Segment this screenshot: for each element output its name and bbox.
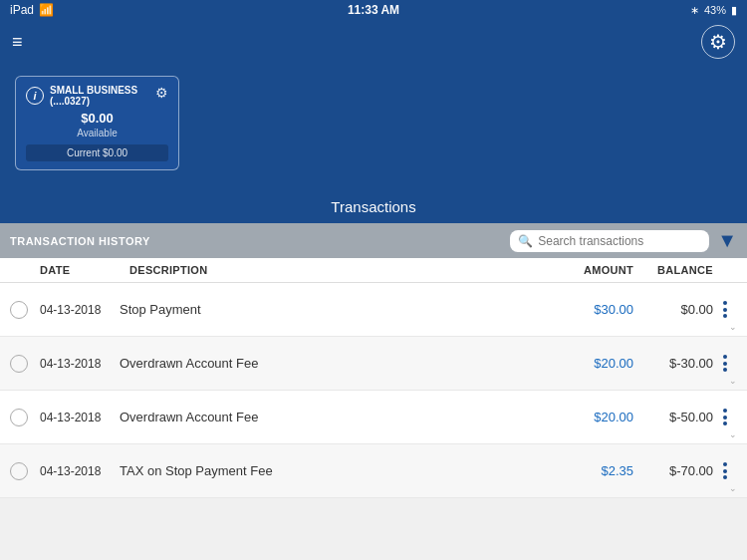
row-chevron-0: ⌄ [729, 322, 737, 332]
row-radio-1[interactable] [10, 355, 28, 373]
row-date-0: 04-13-2018 [40, 303, 120, 317]
status-bar: iPad 📶 11:33 AM ∗ 43% ▮ [0, 0, 747, 20]
row-more-button-1[interactable] [713, 355, 737, 372]
search-icon: 🔍 [518, 234, 533, 248]
row-balance-0: $0.00 [633, 302, 713, 317]
table-row[interactable]: 04-13-2018 Stop Payment $30.00 $0.00 ⌄ [0, 283, 747, 337]
search-filter-area: 🔍 ▼ [510, 229, 737, 252]
row-amount-3: $2.35 [554, 463, 633, 478]
search-input[interactable] [538, 234, 701, 248]
filter-icon[interactable]: ▼ [717, 229, 737, 252]
transactions-section-header: Transactions [0, 190, 747, 223]
transactions-list: 04-13-2018 Stop Payment $30.00 $0.00 ⌄ 0… [0, 283, 747, 498]
search-box: 🔍 [510, 230, 709, 252]
row-more-button-0[interactable] [713, 301, 737, 318]
row-balance-1: $-30.00 [633, 356, 713, 371]
row-date-3: 04-13-2018 [40, 464, 120, 478]
col-description-header: DESCRIPTION [129, 264, 554, 276]
transactions-title: Transactions [331, 198, 415, 215]
row-description-1: Overdrawn Account Fee [120, 356, 554, 371]
menu-icon[interactable]: ≡ [12, 32, 23, 53]
col-balance-header: BALANCE [633, 264, 713, 276]
carrier-label: iPad [10, 3, 34, 17]
table-row[interactable]: 04-13-2018 Overdrawn Account Fee $20.00 … [0, 391, 747, 444]
account-current: Current $0.00 [26, 144, 168, 161]
account-card: i SMALL BUSINESS (....0327) ⚙ $0.00 Avai… [15, 76, 179, 170]
col-amount-header: AMOUNT [554, 264, 633, 276]
table-row[interactable]: 04-13-2018 Overdrawn Account Fee $20.00 … [0, 337, 747, 391]
table-row[interactable]: 04-13-2018 TAX on Stop Payment Fee $2.35… [0, 444, 747, 498]
row-balance-2: $-50.00 [633, 410, 713, 424]
row-radio-0[interactable] [10, 301, 28, 319]
battery-percent: 43% [704, 4, 726, 16]
row-amount-1: $20.00 [554, 356, 633, 371]
bluetooth-icon: ∗ [690, 4, 699, 17]
history-label: TRANSACTION HISTORY [10, 235, 150, 247]
account-available-label: Available [26, 128, 168, 139]
row-date-1: 04-13-2018 [40, 357, 120, 371]
account-area: i SMALL BUSINESS (....0327) ⚙ $0.00 Avai… [0, 64, 747, 190]
row-more-button-2[interactable] [713, 409, 737, 425]
row-chevron-2: ⌄ [729, 429, 737, 439]
account-name: SMALL BUSINESS (....0327) [50, 85, 137, 107]
row-amount-0: $30.00 [554, 302, 633, 317]
time-display: 11:33 AM [348, 3, 399, 17]
account-amount: $0.00 [26, 111, 168, 126]
nav-bar: ≡ ⚙ [0, 20, 747, 64]
account-name-line1: SMALL BUSINESS [50, 85, 137, 96]
account-settings-icon[interactable]: ⚙ [155, 85, 168, 101]
row-description-2: Overdrawn Account Fee [120, 410, 554, 424]
settings-button[interactable]: ⚙ [701, 25, 735, 59]
table-header: DATE DESCRIPTION AMOUNT BALANCE [0, 258, 747, 283]
row-radio-3[interactable] [10, 462, 28, 480]
row-description-0: Stop Payment [120, 302, 554, 317]
row-description-3: TAX on Stop Payment Fee [120, 463, 554, 478]
account-name-line2: (....0327) [50, 96, 137, 107]
row-amount-2: $20.00 [554, 410, 633, 424]
info-icon[interactable]: i [26, 87, 44, 105]
wifi-icon: 📶 [39, 3, 54, 17]
battery-icon: ▮ [731, 4, 737, 17]
col-date-header: DATE [40, 264, 129, 276]
gear-icon: ⚙ [709, 30, 727, 54]
row-more-button-3[interactable] [713, 462, 737, 479]
row-chevron-1: ⌄ [729, 376, 737, 386]
row-balance-3: $-70.00 [633, 463, 713, 478]
row-date-2: 04-13-2018 [40, 411, 120, 424]
row-chevron-3: ⌄ [729, 483, 737, 493]
row-radio-2[interactable] [10, 409, 28, 426]
transaction-history-bar: TRANSACTION HISTORY 🔍 ▼ [0, 223, 747, 258]
